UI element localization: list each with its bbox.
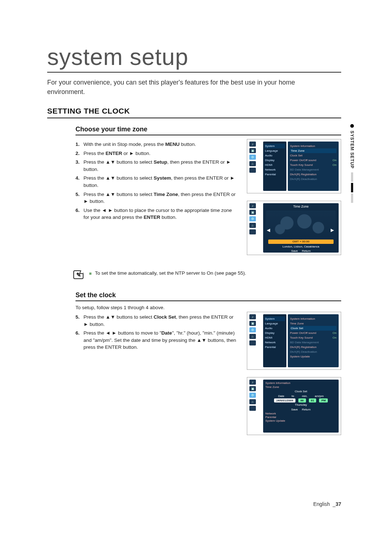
osd-option-row: BD Data Management xyxy=(290,340,336,345)
tz-gmt: GMT + 00:00 xyxy=(268,240,334,244)
arrow-right-icon: ▶ xyxy=(331,228,335,232)
osd-category: System xyxy=(265,316,285,321)
osd-nav-icon: ▣ xyxy=(249,321,256,326)
steps-timezone: 1.With the unit in Stop mode, press the … xyxy=(75,141,237,221)
tz-title: Time Zone xyxy=(263,203,339,210)
world-map-icon xyxy=(266,210,336,242)
osd-nav-icon: ▣ xyxy=(249,148,256,153)
osd-nav-icon: ♪ xyxy=(249,314,256,319)
clock-header: Date xyxy=(278,394,284,398)
osd-nav-icon: ⌂ xyxy=(249,399,256,404)
osd-nav-icon: ⌂ xyxy=(249,334,256,339)
osd-nav-icon: ⚙ xyxy=(249,327,256,332)
osd-category: Network xyxy=(265,167,285,172)
step-item: 3.Press the ▲▼ buttons to select Setup, … xyxy=(75,159,237,173)
osd-category: Language xyxy=(265,148,285,153)
bullet-icon xyxy=(350,124,354,128)
step-item: 6.Press the ◄ ► buttons to move to "Date… xyxy=(75,330,237,351)
clock-header: am/pm xyxy=(315,394,323,398)
osd-option-row: Power On/Off soundOn xyxy=(290,331,336,335)
clock-value: PM xyxy=(319,398,328,402)
step-item: 4.Press the ▲▼ buttons to select System,… xyxy=(75,175,237,189)
osd-nav-icon xyxy=(249,229,256,234)
osd-option-row: System Update xyxy=(265,419,336,422)
osd-category: Parental xyxy=(265,345,285,349)
footer-page: 37 xyxy=(335,501,341,507)
osd-nav-icon xyxy=(249,168,256,173)
osd-category: Network xyxy=(265,340,285,345)
section-heading: SETTING THE CLOCK xyxy=(47,107,341,118)
osd-category: System xyxy=(265,144,285,148)
osd-category: Parental xyxy=(265,172,285,177)
osd-nav-icon: ⚙ xyxy=(249,155,256,160)
page-title: system setup xyxy=(47,44,341,73)
osd-category: HDMI xyxy=(265,163,285,167)
osd-screenshot-timezone-menu: ♪▣⚙⌂ SystemLanguageAudioDisplayHDMINetwo… xyxy=(247,139,341,193)
osd-screenshot-timezone-map: ♪▣⚙⌂ Time Zone ◀ ▶ GMT + 00:00 London, L… xyxy=(247,201,341,255)
osd-option-row: Clock Set xyxy=(290,153,336,158)
osd-option-row: Time Zone xyxy=(290,321,336,326)
footer-lang: English xyxy=(313,501,330,507)
clock-intro: To setup, follow steps 1 through 4 above… xyxy=(75,305,341,310)
osd-category: Audio xyxy=(265,326,285,331)
osd-option-row: DivX(R) Registration xyxy=(290,345,336,349)
clock-buttons: Save Return xyxy=(265,408,336,411)
osd-option-row: Touch Key SoundOn xyxy=(290,335,336,340)
osd-nav-icon xyxy=(249,406,256,411)
osd-option-row: System Update xyxy=(290,354,336,359)
clock-value: 00 xyxy=(298,398,306,402)
manual-page: SYSTEM SETUP system setup For your conve… xyxy=(0,0,392,536)
osd-nav-icon: ⚙ xyxy=(249,216,256,221)
page-footer: English _37 xyxy=(313,501,341,507)
tz-city: London, Lisbon, Casablanca xyxy=(263,245,339,248)
osd-nav-icon: ⌂ xyxy=(249,223,256,228)
step-item: 1.With the unit in Stop mode, press the … xyxy=(75,141,237,148)
osd-option-row: Touch Key SoundOn xyxy=(290,163,336,167)
step-item: 5.Press the ▲▼ buttons to select Time Zo… xyxy=(75,191,237,205)
index-bars xyxy=(351,172,353,203)
osd-nav-icon xyxy=(249,340,256,345)
osd-option-row: Parental xyxy=(265,416,336,419)
osd-option-row: DivX(R) Deactivation xyxy=(290,177,336,181)
step-item: 6.Use the ◄ ► button to place the cursor… xyxy=(75,207,237,221)
osd-category: Language xyxy=(265,321,285,326)
clock-value: JAN/01/2009 xyxy=(274,398,295,402)
section-tab: SYSTEM SETUP xyxy=(347,124,357,203)
osd-nav-icon: ♪ xyxy=(249,203,256,208)
clock-header: hr. xyxy=(291,394,295,398)
subheading-clock: Set the clock xyxy=(75,291,341,301)
page-intro: For your convenience, you can set this p… xyxy=(47,78,309,97)
section-tab-label: SYSTEM SETUP xyxy=(350,131,355,169)
osd-option-row: Clock Set xyxy=(290,326,336,331)
osd-option-row: System Information xyxy=(265,381,336,385)
clock-day: Thursday xyxy=(265,403,336,406)
osd-nav-icon: ♪ xyxy=(249,380,256,385)
note-text: To set the time automatically, set the N… xyxy=(89,270,246,276)
osd-category: Display xyxy=(265,158,285,163)
osd-category: Display xyxy=(265,331,285,335)
osd-screenshot-clockset-menu: ♪▣⚙⌂ SystemLanguageAudioDisplayHDMINetwo… xyxy=(247,312,341,370)
clock-header: min. xyxy=(302,394,307,398)
osd-nav-icon: ▣ xyxy=(249,210,256,215)
subheading-timezone: Choose your time zone xyxy=(75,126,341,135)
osd-option-row: DivX(R) Deactivation xyxy=(290,349,336,354)
osd-nav-icon: ♪ xyxy=(249,142,256,147)
tz-buttons: Save Return xyxy=(263,249,339,253)
osd-option-row: BD Data Management xyxy=(290,167,336,172)
osd-option-row: System Information xyxy=(290,316,336,321)
osd-nav-icon: ⚙ xyxy=(249,393,256,398)
osd-category: Audio xyxy=(265,153,285,158)
step-item: 2.Press the ENTER or ► button. xyxy=(75,150,237,157)
osd-option-row: Power On/Off soundOn xyxy=(290,158,336,163)
osd-nav-icon: ⌂ xyxy=(249,161,256,166)
osd-option-row: Time Zone xyxy=(290,148,336,153)
osd-nav-icon: ▣ xyxy=(249,386,256,391)
osd-category: HDMI xyxy=(265,335,285,340)
osd-screenshot-clockset-editor: ♪▣⚙⌂ System InformationTime Zone Clock S… xyxy=(247,377,341,435)
note: ✎ To set the time automatically, set the… xyxy=(73,270,341,279)
clock-title: Clock Set xyxy=(265,390,336,393)
clock-value: 01 xyxy=(309,398,317,402)
osd-option-row: System Information xyxy=(290,144,336,148)
osd-option-row: Time Zone xyxy=(265,385,336,389)
osd-option-row: Network xyxy=(265,412,336,415)
